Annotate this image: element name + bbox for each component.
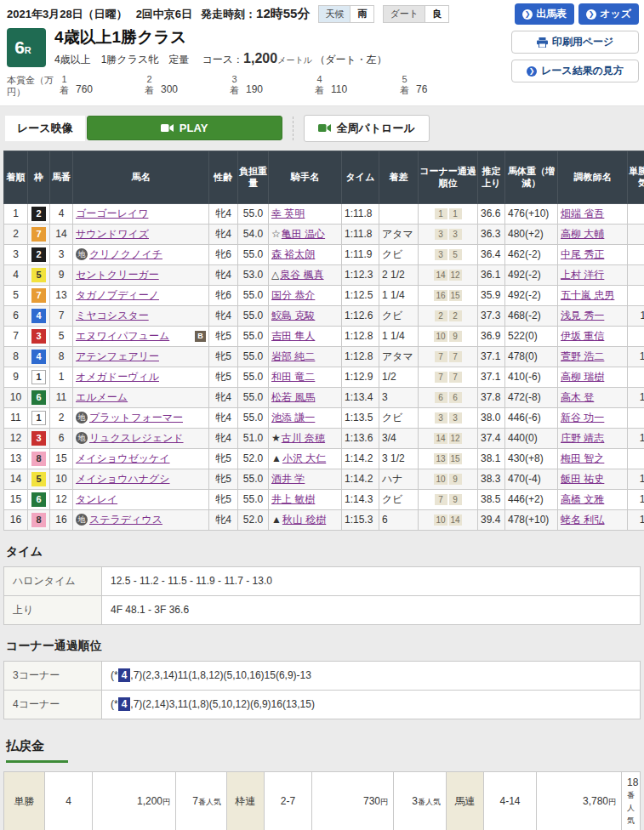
jockey-link[interactable]: 鮫島 克駿 <box>271 310 315 321</box>
jockey-link[interactable]: 泉谷 楓真 <box>280 269 323 281</box>
horse-number: 2 <box>50 407 73 428</box>
carried-weight: 55.0 <box>238 469 269 489</box>
horse-name-link[interactable]: タガノブディーノ <box>76 289 159 301</box>
trainer-link[interactable]: 飯田 祐史 <box>561 473 604 485</box>
time-cell: 1:14.2 <box>342 469 379 489</box>
horse-name-cell: タガノブディーノ <box>73 285 209 305</box>
horse-name-link[interactable]: クリノクノイチ <box>89 248 162 260</box>
apprentice-mark: ★ <box>271 432 281 444</box>
win-favorite-cell: 7 <box>628 203 644 224</box>
jockey-link[interactable]: 池添 謙一 <box>271 412 315 424</box>
horse-name-link[interactable]: メイショウハナグシ <box>76 473 170 485</box>
prize-amount: 300 <box>161 83 178 96</box>
horse-name-link[interactable]: ステラディウス <box>89 514 162 526</box>
table-row: 15612タンレイ牝555.0井上 敏樹1:14.3クビ7938.5446(+2… <box>4 489 644 509</box>
time-cell: 1:11.8 <box>342 224 379 244</box>
bet-type-label: 単勝 <box>4 771 45 830</box>
jockey-link[interactable]: 古川 奈穂 <box>282 432 325 444</box>
trainer-link[interactable]: 萱野 浩二 <box>561 350 604 362</box>
horse-name-link[interactable]: プラットフォーマー <box>89 412 183 424</box>
time-section-title: タイム <box>6 544 638 560</box>
horse-name-link[interactable]: アテンフェアリー <box>76 350 159 362</box>
jockey-link[interactable]: 吉田 隼人 <box>271 330 315 342</box>
last-3f-cell: 37.3 <box>478 305 505 326</box>
corner3-position: 7 <box>435 494 447 505</box>
corner4-position: 12 <box>449 270 462 281</box>
horse-name-link[interactable]: サウンドワイズ <box>76 228 149 240</box>
horse-name-link[interactable]: ミヤコシスター <box>76 310 149 321</box>
trainer-link[interactable]: 浅見 秀一 <box>561 310 604 321</box>
trainer-link[interactable]: 新谷 功一 <box>561 412 604 424</box>
trainer-link[interactable]: 高柳 大輔 <box>561 228 604 240</box>
body-weight-cell: 430(+8) <box>505 448 558 469</box>
jockey-link[interactable]: 松若 風馬 <box>271 391 315 403</box>
finish-position: 9 <box>4 367 28 387</box>
trainer-link[interactable]: 梅田 智之 <box>561 452 604 464</box>
trainer-link[interactable]: 高橋 文雅 <box>561 493 604 505</box>
table-row: 2714サウンドワイズ牝454.0☆亀田 温心1:11.8アタマ3336.348… <box>4 224 644 244</box>
horse-number: 5 <box>50 326 73 346</box>
trainer-link[interactable]: 高木 登 <box>561 391 594 403</box>
jockey-link[interactable]: 幸 英明 <box>271 208 305 219</box>
apprentice-mark: ☆ <box>271 228 281 240</box>
apprentice-mark: ▲ <box>271 452 282 464</box>
play-button[interactable]: PLAY <box>87 116 282 140</box>
jockey-link[interactable]: 小沢 大仁 <box>282 452 326 464</box>
trainer-link[interactable]: 上村 洋行 <box>561 269 604 281</box>
horse-name-link[interactable]: メイショウゼッケイ <box>76 452 170 464</box>
jockey-link[interactable]: 和田 竜二 <box>271 371 315 383</box>
jockey-link[interactable]: 亀田 温心 <box>282 228 325 240</box>
video-camera-icon <box>318 123 331 133</box>
corner-order-cell: 66 <box>419 387 478 407</box>
margin-cell: アタマ <box>379 346 419 367</box>
body-weight-cell: 410(-6) <box>505 367 558 387</box>
horse-name-link[interactable]: タンレイ <box>76 493 117 505</box>
corner-row: 3コーナー(*4,7)(2,3,14)11(1,8,12)(5,10,16)15… <box>4 661 641 690</box>
prize-amount: 760 <box>76 83 93 96</box>
horse-name-link[interactable]: ゴーゴーレイワ <box>76 208 148 219</box>
results-header-4: 性齢 <box>209 151 238 203</box>
patrol-video-button[interactable]: 全周パトロール <box>304 115 430 142</box>
entry-table-button[interactable]: ❯ 出馬表 <box>515 3 574 25</box>
finish-position: 4 <box>4 264 28 285</box>
trainer-link[interactable]: 伊坂 重信 <box>561 330 604 342</box>
frame-badge: 4 <box>31 309 46 323</box>
last-3f-cell: 36.1 <box>478 264 505 285</box>
corner3-position: 13 <box>434 453 447 464</box>
horse-name-link[interactable]: エルメーム <box>76 391 128 403</box>
horse-name-link[interactable]: オメガドーヴィル <box>76 371 159 383</box>
weather-label: 天候 <box>319 6 350 22</box>
jockey-link[interactable]: 酒井 学 <box>271 473 305 485</box>
result-guide-button[interactable]: ❯ レース結果の見方 <box>511 60 639 82</box>
jockey-link[interactable]: 国分 恭介 <box>271 289 315 301</box>
carried-weight: 55.0 <box>238 367 269 387</box>
weather-chip: 天候 雨 <box>318 5 374 23</box>
trainer-link[interactable]: 中尾 秀正 <box>561 248 604 260</box>
horse-number: 12 <box>50 489 73 509</box>
prize-amount: 110 <box>331 83 347 96</box>
print-page-button[interactable]: 印刷用ページ <box>511 31 639 54</box>
jockey-link[interactable]: 森 裕太朗 <box>271 248 315 260</box>
frame-badge: 3 <box>31 329 46 344</box>
trainer-link[interactable]: 五十嵐 忠男 <box>561 289 614 301</box>
results-header-3: 馬名 <box>73 151 209 203</box>
trainer-link[interactable]: 高柳 瑞樹 <box>561 371 604 383</box>
horse-name-link[interactable]: エヌワイパフューム <box>76 330 169 342</box>
horse-name-link[interactable]: セントクリーガー <box>76 269 159 281</box>
winner-highlight: 4 <box>118 697 131 711</box>
corner-order-suffix: ,7)(2,3,14)11(1,8,12)(5,10,16)15(6,9)-13 <box>130 669 311 681</box>
jockey-link[interactable]: 井上 敏樹 <box>271 493 315 505</box>
trainer-link[interactable]: 庄野 靖志 <box>561 432 604 444</box>
jockey-link[interactable]: 秋山 稔樹 <box>282 514 326 526</box>
horse-name-link[interactable]: リュクスレジェンド <box>89 432 184 444</box>
margin-cell: クビ <box>379 407 419 428</box>
last-3f-cell: 37.8 <box>478 387 505 407</box>
jockey-cell: 松若 風馬 <box>269 387 342 407</box>
carried-weight: 54.0 <box>238 224 269 244</box>
trainer-link[interactable]: 畑端 省吾 <box>561 208 604 219</box>
horse-name-cell: 地クリノクノイチ <box>73 244 209 264</box>
margin-cell: 1 1/4 <box>379 285 419 305</box>
odds-button[interactable]: ❯ オッズ <box>578 3 639 25</box>
jockey-link[interactable]: 岩部 純二 <box>271 350 315 362</box>
trainer-link[interactable]: 蛯名 利弘 <box>561 514 604 526</box>
